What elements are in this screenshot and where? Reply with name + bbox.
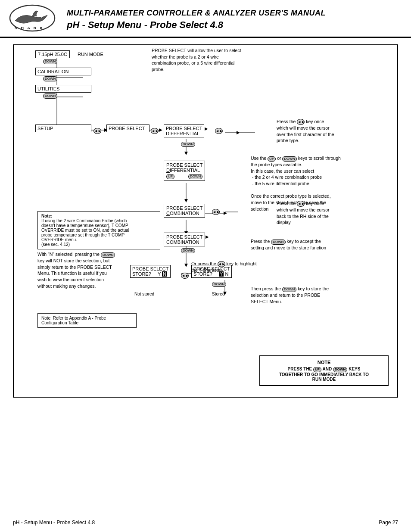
svg-marker-16 — [224, 212, 227, 215]
logo-area: S H A R K — [9, 4, 60, 34]
note-1-box: Note: If using the 2 wire Combination Pr… — [37, 211, 160, 249]
setup-box: SETUP — [35, 124, 91, 132]
calibration-box: CALIBRATION — [35, 68, 91, 75]
utilities-box: UTILITIES — [35, 85, 91, 93]
run-mode-area: 7.15pH 25.0C RUN MODE — [35, 50, 103, 58]
header-subtitle: pH - Setup Menu - Probe Select 4.8 — [67, 19, 402, 31]
explain-text-5: Or press the ◄► key to highlight the Y c… — [191, 261, 277, 274]
probe-select-combination-2: PROBE SELECTCOMBINATION ▶ — [164, 233, 205, 246]
down-btn-1: DOWN — [43, 59, 57, 64]
explain-text-4: Press the DOWN key to accept the setting… — [251, 238, 380, 251]
down-btn-3: DOWN — [43, 93, 57, 99]
probe-select-1: PROBE SELECT — [106, 124, 149, 132]
probe-select-description: PROBE SELECT will allow the user to sele… — [152, 47, 272, 73]
note-bottom-box: NOTE PRESS THE UP AND DOWN KEYS TOGETHER… — [259, 355, 389, 386]
page-footer: pH - Setup Menu - Probe Select 4.8 Page … — [0, 520, 411, 526]
diagram-box: 7.15pH 25.0C RUN MODE DOWN CALIBRATION D… — [13, 44, 398, 398]
footer-left: pH - Setup Menu - Probe Select 4.8 — [13, 520, 95, 526]
note-bottom-text: PRESS THE UP AND DOWN KEYS TOGETHER TO G… — [265, 367, 383, 382]
svg-marker-10 — [184, 152, 188, 155]
svg-marker-18 — [184, 264, 188, 267]
probe-select-differential: PROBE SELECTDIFFERENTIAL ▶ — [164, 124, 204, 137]
svg-marker-27 — [237, 131, 240, 134]
down-btn-6: DOWN — [212, 279, 226, 287]
arrow-btn-5: ◄► — [181, 271, 189, 279]
probe-select-combination-1: PROBE SELECTCOMBINATION — [164, 204, 205, 218]
header-text: MULTI-PARAMETER CONTROLLER & ANALYZER US… — [60, 9, 402, 31]
note-bottom-title: NOTE — [265, 360, 383, 365]
shark-logo: S H A R K — [9, 4, 56, 32]
svg-text:S H A R K: S H A R K — [15, 26, 44, 30]
not-stored-label: Not stored — [134, 292, 154, 296]
svg-marker-8 — [159, 128, 162, 132]
arrow-btn-2: ◄► — [151, 126, 159, 134]
down-btn-2: DOWN — [43, 76, 57, 81]
svg-point-2 — [42, 17, 43, 18]
explain-text-1: Press the ◄► key once which will move th… — [277, 118, 393, 144]
footer-right: Page 27 — [379, 520, 398, 526]
stored-label: Stored — [212, 292, 224, 296]
explain-text-6: Then press the DOWN key to store the sel… — [251, 286, 380, 305]
display-reading: 7.15pH 25.0C — [35, 50, 70, 58]
page-header: S H A R K MULTI-PARAMETER CONTROLLER & A… — [0, 0, 411, 38]
with-n-selected-text: With "N" selected, pressing the DOWN key… — [37, 251, 143, 289]
note-2-box: Note: Refer to Appendix A - Probe Config… — [37, 313, 137, 328]
run-mode-label: RUN MODE — [78, 52, 103, 57]
arrow-btn-3: ◄► — [215, 126, 223, 134]
header-title: MULTI-PARAMETER CONTROLLER & ANALYZER US… — [67, 9, 402, 18]
arrow-btn-4: ◄► — [212, 207, 220, 215]
down-btn-4: DOWN — [181, 139, 195, 147]
svg-marker-12 — [184, 199, 188, 202]
probe-select-d-ifferential: PROBE SELECTDIFFERENTIAL UP DOWN — [164, 161, 205, 181]
main-content: 7.15pH 25.0C RUN MODE DOWN CALIBRATION D… — [0, 38, 411, 404]
down-btn-5: DOWN — [181, 246, 195, 253]
explain-text-3: Press the ◄► key once which will move th… — [277, 200, 393, 226]
arrow-btn-1: ◄► — [93, 126, 101, 134]
